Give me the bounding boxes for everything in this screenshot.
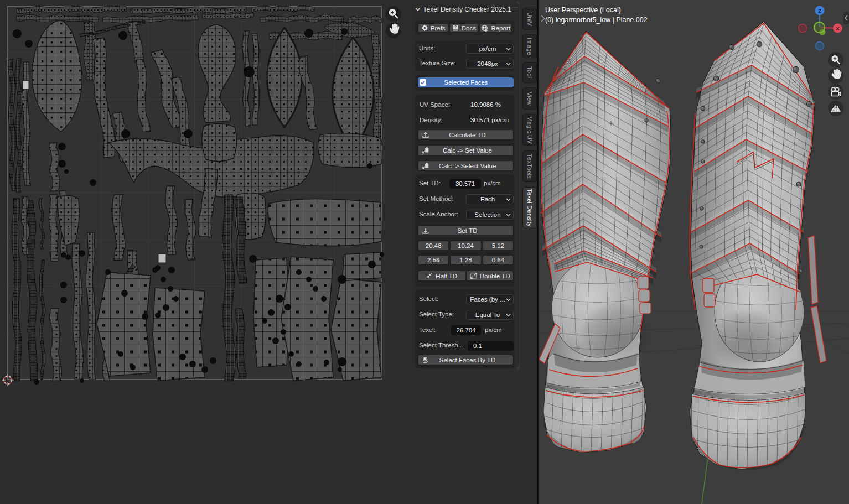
svg-text:(0) legarmorbot5_low | Plane.0: (0) legarmorbot5_low | Plane.002 <box>545 16 648 24</box>
svg-text:?: ? <box>454 25 457 29</box>
svg-text:Z: Z <box>818 8 821 14</box>
svg-text:X: X <box>836 25 840 32</box>
svg-text:User Perspective (Local): User Perspective (Local) <box>545 6 621 14</box>
